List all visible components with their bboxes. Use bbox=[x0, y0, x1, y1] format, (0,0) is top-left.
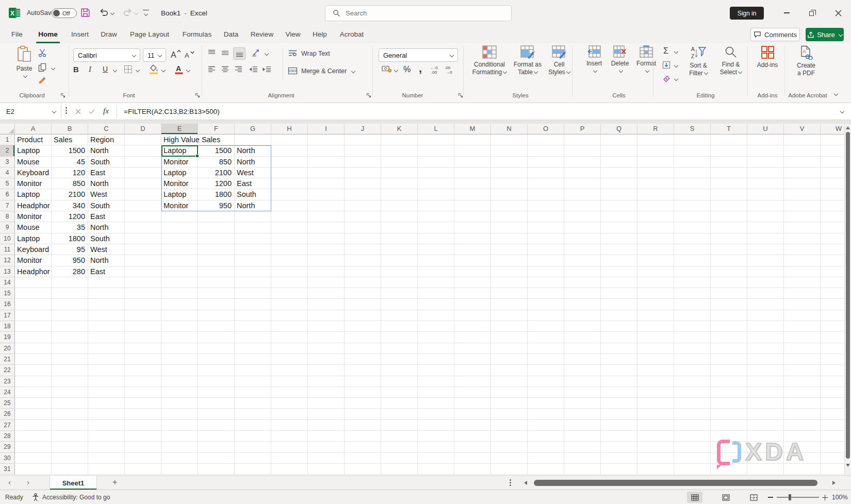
format-painter-button[interactable] bbox=[37, 76, 46, 85]
cell-I23[interactable] bbox=[308, 376, 345, 387]
cell-K18[interactable] bbox=[381, 321, 418, 332]
increase-indent-button[interactable] bbox=[262, 65, 272, 73]
cell-U18[interactable] bbox=[747, 321, 784, 332]
cell-P19[interactable] bbox=[564, 332, 601, 343]
cell-A26[interactable] bbox=[15, 409, 52, 419]
cell-B19[interactable] bbox=[52, 332, 88, 343]
cell-U10[interactable] bbox=[747, 233, 784, 244]
cell-J24[interactable] bbox=[345, 387, 381, 398]
cell-N20[interactable] bbox=[491, 343, 528, 354]
cell-C5[interactable]: North bbox=[88, 178, 125, 189]
cell-T26[interactable] bbox=[711, 409, 747, 419]
cell-D5[interactable] bbox=[125, 178, 161, 189]
scroll-down-icon[interactable] bbox=[846, 464, 850, 467]
font-size-select[interactable]: 11 bbox=[143, 48, 166, 62]
cell-F5[interactable]: 1200 bbox=[198, 178, 235, 189]
cell-L29[interactable] bbox=[418, 442, 454, 452]
cell-I5[interactable] bbox=[308, 178, 345, 189]
cell-D28[interactable] bbox=[125, 431, 161, 442]
cell-G28[interactable] bbox=[235, 431, 271, 442]
row-header-30[interactable]: 30 bbox=[0, 453, 15, 464]
cell-P13[interactable] bbox=[564, 266, 601, 277]
cell-T16[interactable] bbox=[711, 299, 747, 310]
cell-A6[interactable]: Laptop bbox=[15, 189, 52, 200]
cell-V10[interactable] bbox=[784, 233, 821, 244]
cell-L11[interactable] bbox=[418, 244, 454, 255]
cell-P10[interactable] bbox=[564, 233, 601, 244]
cell-L2[interactable] bbox=[418, 145, 454, 156]
cell-C12[interactable]: North bbox=[88, 255, 125, 266]
cell-V15[interactable] bbox=[784, 288, 821, 299]
cell-G1[interactable] bbox=[235, 135, 271, 145]
cell-E28[interactable] bbox=[161, 431, 198, 442]
cell-P20[interactable] bbox=[564, 343, 601, 354]
row-header-14[interactable]: 14 bbox=[0, 277, 15, 288]
cell-D20[interactable] bbox=[125, 343, 161, 354]
cell-L17[interactable] bbox=[418, 310, 454, 321]
cell-K23[interactable] bbox=[381, 376, 418, 387]
cell-B29[interactable] bbox=[52, 442, 88, 452]
cell-B27[interactable] bbox=[52, 420, 88, 431]
row-header-25[interactable]: 25 bbox=[0, 398, 15, 409]
cell-R8[interactable] bbox=[637, 211, 674, 222]
cell-L24[interactable] bbox=[418, 387, 454, 398]
cell-R25[interactable] bbox=[637, 398, 674, 409]
cell-S23[interactable] bbox=[674, 376, 711, 387]
tab-review[interactable]: Review bbox=[249, 26, 275, 43]
cell-F24[interactable] bbox=[198, 387, 235, 398]
cell-H11[interactable] bbox=[271, 244, 308, 255]
cell-N25[interactable] bbox=[491, 398, 528, 409]
cell-G17[interactable] bbox=[235, 310, 271, 321]
cell-A23[interactable] bbox=[15, 376, 52, 387]
formula-bar-handle-icon[interactable] bbox=[66, 110, 67, 111]
cell-G18[interactable] bbox=[235, 321, 271, 332]
fill-color-dropdown-icon[interactable] bbox=[161, 68, 166, 72]
column-header-D[interactable]: D bbox=[125, 124, 161, 135]
cell-N1[interactable] bbox=[491, 135, 528, 145]
cell-U27[interactable] bbox=[747, 420, 784, 431]
cell-U3[interactable] bbox=[747, 157, 784, 167]
cell-N10[interactable] bbox=[491, 233, 528, 244]
row-header-17[interactable]: 17 bbox=[0, 310, 15, 321]
cell-V21[interactable] bbox=[784, 354, 821, 365]
decrease-indent-button[interactable] bbox=[249, 65, 258, 73]
cell-Q2[interactable] bbox=[601, 145, 637, 156]
cell-R17[interactable] bbox=[637, 310, 674, 321]
cell-I15[interactable] bbox=[308, 288, 345, 299]
tab-formulas[interactable]: Formulas bbox=[181, 26, 214, 43]
cell-S1[interactable] bbox=[674, 135, 711, 145]
tab-insert[interactable]: Insert bbox=[69, 26, 91, 43]
cell-N19[interactable] bbox=[491, 332, 528, 343]
cell-I29[interactable] bbox=[308, 442, 345, 452]
cell-G4[interactable]: West bbox=[235, 167, 271, 178]
cell-L20[interactable] bbox=[418, 343, 454, 354]
cell-A24[interactable] bbox=[15, 387, 52, 398]
cell-K5[interactable] bbox=[381, 178, 418, 189]
cell-K1[interactable] bbox=[381, 135, 418, 145]
cell-E14[interactable] bbox=[161, 277, 198, 288]
cell-U15[interactable] bbox=[747, 288, 784, 299]
cell-O22[interactable] bbox=[528, 365, 564, 376]
cell-C19[interactable] bbox=[88, 332, 125, 343]
cell-E16[interactable] bbox=[161, 299, 198, 310]
cell-D8[interactable] bbox=[125, 211, 161, 222]
borders-button[interactable] bbox=[124, 65, 133, 74]
cell-N30[interactable] bbox=[491, 453, 528, 464]
cell-K21[interactable] bbox=[381, 354, 418, 365]
redo-dropdown-icon[interactable] bbox=[134, 11, 138, 15]
cell-R24[interactable] bbox=[637, 387, 674, 398]
cell-N26[interactable] bbox=[491, 409, 528, 419]
cell-D16[interactable] bbox=[125, 299, 161, 310]
cell-L4[interactable] bbox=[418, 167, 454, 178]
row-header-13[interactable]: 13 bbox=[0, 266, 15, 277]
cell-A8[interactable]: Monitor bbox=[15, 211, 52, 222]
cell-A30[interactable] bbox=[15, 453, 52, 464]
zoom-level[interactable]: 100% bbox=[832, 490, 848, 504]
cell-L15[interactable] bbox=[418, 288, 454, 299]
cell-C13[interactable]: East bbox=[88, 266, 125, 277]
cell-D26[interactable] bbox=[125, 409, 161, 419]
cell-I30[interactable] bbox=[308, 453, 345, 464]
cell-L14[interactable] bbox=[418, 277, 454, 288]
cell-J3[interactable] bbox=[345, 157, 381, 167]
row-header-26[interactable]: 26 bbox=[0, 409, 15, 419]
